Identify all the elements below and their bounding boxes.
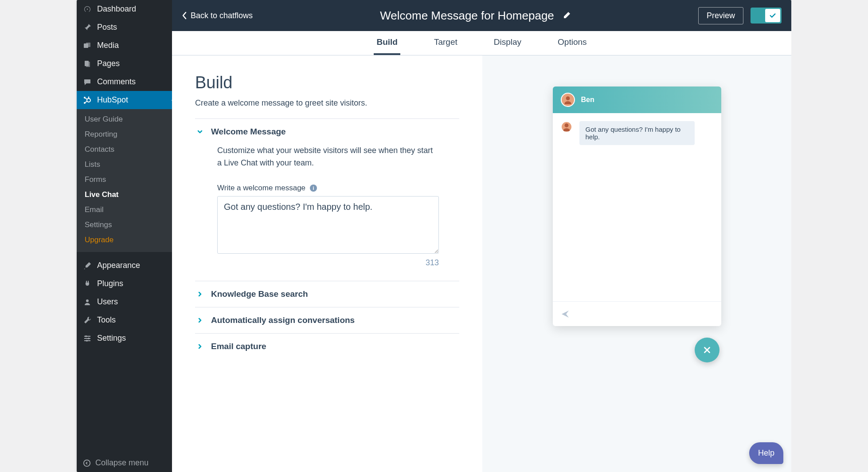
close-icon [702, 345, 712, 355]
sub-item-settings[interactable]: Settings [77, 217, 172, 232]
sidebar-label: Settings [97, 334, 126, 343]
sidebar-item-comments[interactable]: Comments [77, 73, 172, 91]
hubspot-icon [83, 96, 92, 105]
chevron-right-icon [197, 291, 203, 297]
check-icon [769, 12, 777, 20]
collapse-menu[interactable]: Collapse menu [77, 454, 172, 472]
chat-input-footer[interactable] [553, 301, 721, 326]
accordion-label: Knowledge Base search [211, 289, 308, 299]
sidebar-item-pages[interactable]: Pages [77, 55, 172, 73]
char-counter: 313 [217, 258, 439, 267]
sub-item-upgrade[interactable]: Upgrade [77, 232, 172, 248]
svg-point-19 [566, 96, 570, 100]
chatflow-title: Welcome Message for Homepage [380, 9, 554, 23]
chatflow-header: Back to chatflows Welcome Message for Ho… [172, 0, 791, 31]
tab-build[interactable]: Build [374, 31, 400, 55]
accordion-knowledge-base[interactable]: Knowledge Base search [195, 281, 459, 307]
sidebar-item-tools[interactable]: Tools [77, 311, 172, 329]
accordion-label: Welcome Message [211, 127, 286, 137]
svg-rect-1 [86, 43, 90, 47]
sidebar-item-posts[interactable]: Posts [77, 18, 172, 36]
brush-icon [83, 261, 92, 270]
chat-body: Got any questions? I'm happy to help. [553, 113, 721, 301]
wrench-icon [83, 316, 92, 325]
accordion-welcome-message[interactable]: Welcome Message [195, 119, 459, 145]
sidebar-label: Tools [97, 315, 116, 325]
preview-button[interactable]: Preview [698, 7, 743, 24]
tab-target[interactable]: Target [431, 31, 460, 55]
accordion-auto-assign[interactable]: Automatically assign conversations [195, 307, 459, 333]
sidebar-label: Dashboard [97, 4, 136, 14]
sidebar-item-hubspot[interactable]: HubSpot [77, 91, 172, 109]
sidebar-item-plugins[interactable]: Plugins [77, 275, 172, 293]
welcome-message-textarea[interactable] [217, 196, 439, 254]
comment-icon [83, 78, 92, 87]
svg-line-8 [85, 98, 87, 99]
collapse-icon [83, 459, 91, 467]
chevron-left-icon [182, 11, 187, 20]
sidebar-item-media[interactable]: Media [77, 36, 172, 55]
welcome-message-body: Customize what your website visitors wil… [195, 145, 459, 281]
close-chat-fab[interactable] [695, 338, 719, 362]
info-icon[interactable]: i [310, 185, 317, 192]
chevron-right-icon [197, 317, 203, 323]
chevron-down-icon [197, 129, 203, 135]
sub-item-reporting[interactable]: Reporting [77, 127, 172, 142]
pin-icon [83, 23, 92, 32]
back-to-chatflows[interactable]: Back to chatflows [182, 11, 253, 20]
sidebar-item-users[interactable]: Users [77, 293, 172, 311]
svg-point-18 [84, 460, 90, 466]
accordion-label: Automatically assign conversations [211, 315, 355, 325]
chat-preview-area: Ben Got any questions? I'm happy to help… [482, 55, 791, 472]
sub-item-email[interactable]: Email [77, 202, 172, 217]
build-panel: Build Create a welcome message to greet … [172, 55, 482, 472]
sub-item-contacts[interactable]: Contacts [77, 142, 172, 157]
svg-point-15 [85, 335, 87, 337]
sub-item-user-guide[interactable]: User Guide [77, 112, 172, 127]
agent-name: Ben [581, 96, 594, 104]
back-label: Back to chatflows [191, 11, 253, 20]
sliders-icon [83, 334, 92, 343]
tab-options[interactable]: Options [555, 31, 589, 55]
publish-toggle[interactable] [751, 8, 782, 24]
sidebar-label: Users [97, 297, 118, 307]
media-icon [83, 41, 92, 50]
gauge-icon [83, 5, 92, 14]
sidebar-label: Plugins [97, 279, 123, 288]
svg-point-16 [88, 338, 90, 339]
svg-point-17 [86, 340, 88, 342]
build-heading: Build [195, 73, 459, 92]
welcome-field-label: Write a welcome message [217, 184, 305, 193]
agent-avatar-small [561, 121, 572, 133]
sidebar-label: Pages [97, 59, 120, 68]
agent-avatar [561, 93, 575, 107]
send-icon [561, 310, 570, 319]
user-icon [83, 298, 92, 307]
sidebar-submenu-hubspot: User Guide Reporting Contacts Lists Form… [77, 109, 172, 252]
accordion-email-capture[interactable]: Email capture [195, 334, 459, 359]
sidebar-item-dashboard[interactable]: Dashboard [77, 0, 172, 18]
plug-icon [83, 279, 92, 288]
welcome-help-text: Customize what your website visitors wil… [217, 145, 439, 169]
accordion-label: Email capture [211, 342, 266, 351]
chat-widget-preview: Ben Got any questions? I'm happy to help… [553, 87, 721, 326]
svg-rect-3 [86, 62, 90, 67]
sub-item-forms[interactable]: Forms [77, 172, 172, 187]
sidebar-item-settings[interactable]: Settings [77, 329, 172, 347]
build-subheading: Create a welcome message to greet site v… [195, 98, 459, 108]
edit-title-icon[interactable] [562, 11, 571, 20]
sidebar-label: HubSpot [97, 95, 128, 105]
sub-item-lists[interactable]: Lists [77, 157, 172, 172]
help-button[interactable]: Help [749, 442, 783, 464]
pages-icon [83, 59, 92, 68]
sub-item-live-chat[interactable]: Live Chat [77, 187, 172, 202]
tab-display[interactable]: Display [491, 31, 524, 55]
chat-bubble: Got any questions? I'm happy to help. [579, 121, 695, 145]
wp-admin-sidebar: Dashboard Posts Media Pages Comments Hub… [77, 0, 172, 472]
svg-point-20 [564, 123, 568, 127]
sidebar-item-appearance[interactable]: Appearance [77, 256, 172, 275]
toggle-knob [765, 9, 780, 22]
chevron-right-icon [197, 343, 203, 350]
sidebar-label: Posts [97, 23, 117, 32]
svg-line-9 [85, 101, 87, 102]
